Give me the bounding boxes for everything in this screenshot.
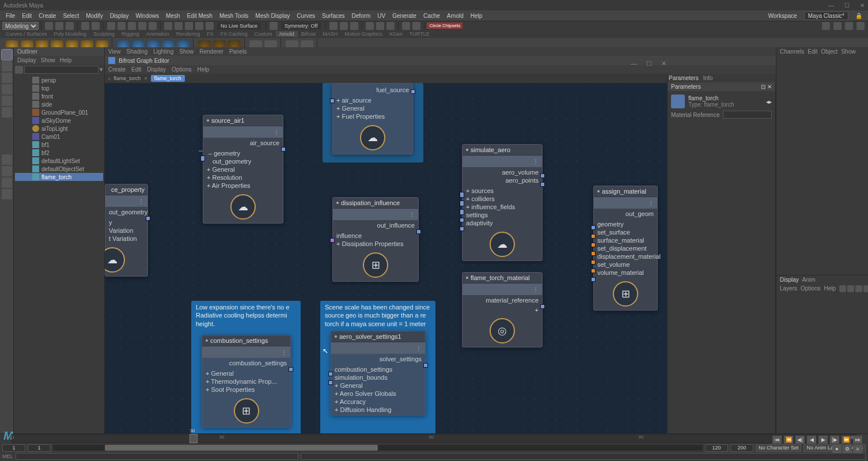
menu-editmesh[interactable]: Edit Mesh [183, 13, 215, 19]
menu-generate[interactable]: Generate [389, 13, 420, 19]
open-scene-icon[interactable] [55, 22, 63, 30]
play-back-icon[interactable]: ◀ [807, 436, 816, 444]
node-input[interactable]: adaptivity [466, 220, 492, 226]
node-input[interactable]: + Soot Properties [206, 386, 255, 393]
node-input[interactable]: y [109, 218, 144, 226]
outliner-menu-help[interactable]: Help [60, 57, 72, 63]
menu-meshdisplay[interactable]: Mesh Display [252, 13, 293, 19]
node-input[interactable]: + General [207, 166, 235, 173]
sel-uv-icon[interactable] [149, 22, 157, 30]
param-tab-info[interactable]: Info [703, 75, 713, 81]
bf-doc-tab[interactable]: flame_torch [113, 75, 141, 81]
param-tab-parameters[interactable]: Parameters [669, 75, 699, 81]
node-input[interactable]: + General [206, 370, 234, 377]
vp-menu-panels[interactable]: Panels [229, 48, 247, 55]
render-settings-icon[interactable] [350, 22, 358, 30]
menu-file[interactable]: File [2, 13, 18, 19]
node-input[interactable]: volume_material [597, 269, 644, 276]
node-input[interactable]: surface_material [597, 237, 644, 244]
collapse-icon[interactable]: ◂▸ [766, 99, 772, 105]
layer-tab-anim[interactable]: Anim [802, 277, 816, 283]
shelf-tab[interactable]: Animation [143, 31, 173, 37]
paint-tool-icon[interactable] [2, 73, 12, 83]
shelf-tab[interactable]: Motion Graphics [341, 31, 386, 37]
node-input[interactable]: settings [466, 211, 488, 218]
ipr-icon[interactable] [340, 22, 348, 30]
ch-menu-edit[interactable]: Edit [808, 48, 817, 55]
undo-icon[interactable] [81, 22, 89, 30]
layer-btn-icon[interactable] [863, 285, 868, 292]
menu-deform[interactable]: Deform [348, 13, 374, 19]
symmetry-dropdown[interactable]: Symmetry: Off [281, 22, 321, 29]
pin-icon[interactable]: ⊡ [761, 84, 765, 90]
node-output[interactable]: aero_points [466, 176, 539, 184]
node-input[interactable]: + General [335, 382, 363, 389]
node-input[interactable]: influence [336, 232, 362, 239]
node-fuel-source[interactable]: fuel_source + air_source + General + Fue… [332, 83, 413, 154]
outliner-menu-display[interactable]: Display [17, 57, 36, 63]
bf-minimize-icon[interactable]: — [631, 60, 637, 67]
step-back-key-icon[interactable]: ⏪ [784, 436, 793, 444]
outliner-menu-show[interactable]: Show [41, 57, 55, 63]
shelf-tab[interactable]: Rigging [118, 31, 143, 37]
menu-surfaces[interactable]: Surfaces [319, 13, 348, 19]
goto-end-icon[interactable]: ⏭ [853, 436, 862, 444]
toggle-attreditor-icon[interactable] [845, 22, 853, 30]
node-simulate-aero[interactable]: simulate_aero ⋮ aero_volume aero_points … [462, 144, 543, 261]
outliner-item[interactable]: defaultObjectSet [15, 165, 103, 173]
shelf-tab[interactable]: MASH [319, 31, 341, 37]
node-input[interactable]: + sources [466, 187, 494, 194]
range-end-visible-input[interactable] [705, 444, 728, 452]
redo-icon[interactable] [92, 22, 100, 30]
node-source-air1[interactable]: source_air1 ⋮ air_source – geometry out_… [203, 115, 283, 224]
history-icon[interactable] [270, 22, 278, 30]
bf-menu-help[interactable]: Help [198, 66, 210, 73]
playback-icon[interactable] [402, 22, 410, 30]
menu-help[interactable]: Help [467, 13, 486, 19]
menu-uv[interactable]: UV [374, 13, 389, 19]
menu-windows[interactable]: Windows [132, 13, 162, 19]
shelf-tab[interactable]: Sculpting [90, 31, 118, 37]
range-start-visible-input[interactable] [28, 444, 51, 452]
scale-tool-icon[interactable] [2, 107, 12, 118]
outliner-search-input[interactable] [24, 66, 98, 74]
menu-cache[interactable]: Cache [420, 13, 444, 19]
shelf-tab[interactable]: Curves / Surfaces [2, 31, 51, 37]
node-input[interactable]: geometry [597, 221, 624, 228]
toggle-channelbox-icon[interactable] [822, 22, 830, 30]
outliner-item[interactable]: bf2 [15, 149, 103, 157]
shelf-tab[interactable]: Poly Modeling [51, 31, 90, 37]
close-icon[interactable]: ✕ [767, 84, 772, 90]
live-surface-dropdown[interactable]: No Live Surface [217, 22, 261, 29]
layout-tool-icon[interactable] [2, 166, 12, 176]
outliner-item[interactable]: defaultLightSet [15, 157, 103, 165]
outliner-item[interactable]: aiTopLight [15, 124, 103, 133]
shelf-tab[interactable]: FX Caching [217, 31, 251, 37]
layer-btn-icon[interactable] [847, 285, 854, 292]
step-fwd-icon[interactable]: |▶ [830, 436, 839, 444]
menu-curves[interactable]: Curves [293, 13, 319, 19]
node-output[interactable]: air_source [207, 139, 279, 147]
outliner-item[interactable]: GroundPlane_001 [15, 108, 103, 116]
cmd-label[interactable]: MEL [2, 454, 13, 459]
node-output[interactable]: out_geometry [109, 208, 144, 216]
node-input[interactable]: combustion_settings [335, 366, 392, 373]
range-end-input[interactable] [730, 444, 753, 452]
node-input[interactable]: out_geometry [213, 158, 251, 165]
vp-menu-renderer[interactable]: Renderer [199, 48, 223, 55]
bf-menu-options[interactable]: Options [172, 66, 191, 73]
loop-icon[interactable] [412, 22, 420, 30]
goto-start-icon[interactable]: ⏮ [772, 436, 782, 444]
select-tool-icon[interactable] [2, 50, 12, 60]
bf-maximize-icon[interactable]: ☐ [646, 60, 652, 67]
snap-curve-icon[interactable] [175, 22, 183, 30]
command-input[interactable] [16, 453, 299, 460]
snap-point-icon[interactable] [185, 22, 193, 30]
layout-tool-icon[interactable] [2, 189, 12, 199]
panel-layout-icon[interactable] [376, 22, 384, 30]
bf-menu-create[interactable]: Create [108, 66, 126, 73]
outliner-dropdown-icon[interactable]: ▾ [100, 66, 103, 74]
autokey-icon[interactable]: ● [832, 445, 842, 453]
node-input[interactable]: + Aero Solver Globals [335, 390, 396, 397]
menu-arnold[interactable]: Arnold [444, 13, 467, 19]
